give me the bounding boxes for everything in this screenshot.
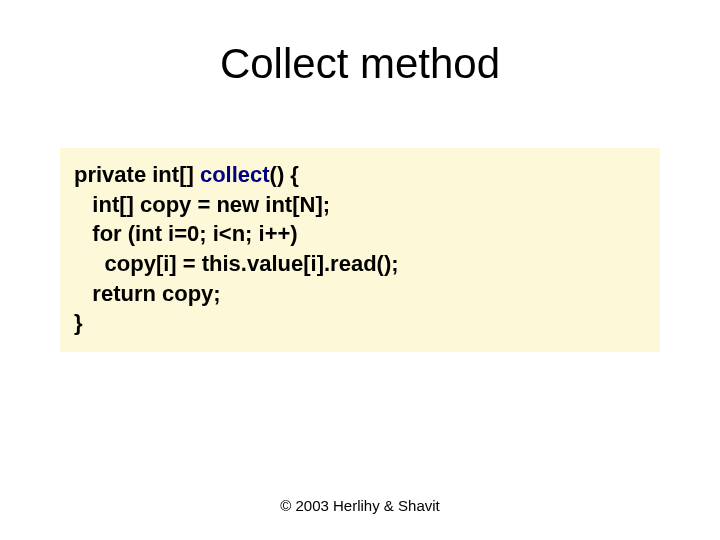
code-line-6: } xyxy=(74,310,83,335)
code-line-5: return copy; xyxy=(74,281,221,306)
footer-copyright: © 2003 Herlihy & Shavit xyxy=(0,497,720,514)
code-block: private int[] collect() { int[] copy = n… xyxy=(60,148,660,352)
slide: Collect method private int[] collect() {… xyxy=(0,0,720,540)
code-line-3: for (int i=0; i<n; i++) xyxy=(74,221,298,246)
code-line-4: copy[i] = this.value[i].read(); xyxy=(74,251,399,276)
code-line-1b: collect xyxy=(200,162,270,187)
code-line-1c: () { xyxy=(270,162,299,187)
slide-title: Collect method xyxy=(40,40,680,88)
code-line-2: int[] copy = new int[N]; xyxy=(74,192,330,217)
code-line-1a: private int[] xyxy=(74,162,200,187)
